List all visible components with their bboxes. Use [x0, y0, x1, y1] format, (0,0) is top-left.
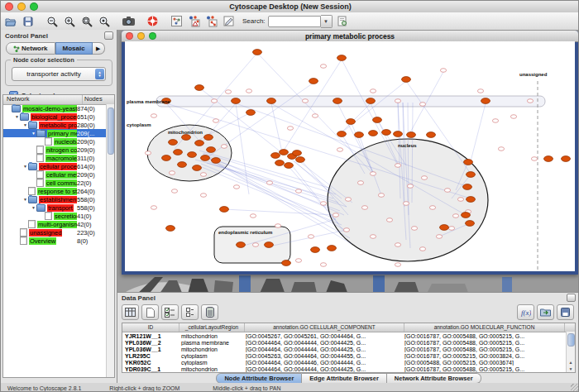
network-node-selected[interactable] [311, 247, 320, 253]
network-node-selected[interactable] [373, 117, 382, 123]
network-node-selected[interactable] [544, 156, 553, 162]
network-node-selected[interactable] [481, 98, 490, 104]
network-node-selected[interactable] [394, 131, 403, 137]
table-cell-id[interactable]: YPL036W__1 [122, 347, 179, 352]
table-row[interactable]: YLR295Ccytoplasm[GO:0045263, GO:0044464,… [122, 352, 575, 359]
network-node-selected[interactable] [366, 98, 376, 104]
tree-row[interactable]: ▼establishment of lo558(0) [3, 195, 107, 203]
network-node[interactable] [233, 185, 239, 189]
network-node[interactable] [151, 206, 156, 210]
network-node[interactable] [266, 181, 272, 185]
network-node[interactable] [527, 99, 533, 103]
network-node[interactable] [308, 235, 313, 239]
network-node-selected[interactable] [337, 131, 347, 137]
network-node-selected[interactable] [162, 155, 171, 161]
network-node-selected[interactable] [402, 77, 411, 83]
network-node[interactable] [395, 99, 400, 103]
network-node[interactable] [436, 235, 442, 239]
network-node-selected[interactable] [347, 119, 356, 125]
network-node[interactable] [169, 171, 175, 175]
zoom-out-icon[interactable] [45, 14, 60, 28]
network-edge[interactable] [471, 103, 486, 161]
table-cell-region[interactable]: mitochondrion [179, 333, 243, 339]
network-node[interactable] [171, 189, 177, 194]
network-node[interactable] [419, 247, 425, 251]
network-node-selected[interactable] [407, 132, 416, 138]
tree-expander-icon[interactable]: ▼ [31, 205, 36, 210]
network-node[interactable] [333, 213, 338, 218]
network-node-selected[interactable] [253, 50, 262, 55]
table-cell-mol[interactable]: [GO:0016787, GO:0005488, GO:0005215, G..… [402, 333, 562, 339]
table-cell-region[interactable]: cytoplasm [179, 360, 243, 366]
network-node[interactable] [320, 263, 326, 267]
zoom-selected-icon[interactable] [79, 14, 94, 28]
network-node-selected[interactable] [369, 131, 378, 136]
table-cell-mol[interactable]: [GO:0016787, GO:0005488, GO:0005215, G..… [402, 347, 562, 352]
network-node-selected[interactable] [355, 132, 364, 138]
edit-network-icon[interactable] [221, 14, 236, 28]
scroll-down-icon[interactable]: ▼ [567, 366, 575, 372]
table-row[interactable]: YPL036W__1mitochondrion[GO:0044464, GO:0… [122, 346, 575, 352]
network-node-selected[interactable] [246, 110, 256, 116]
zoom-fit-icon[interactable] [97, 14, 112, 28]
table-cell-region[interactable]: mitochondrion [179, 366, 243, 372]
tree-row[interactable]: cellular metabo209(0) [3, 170, 107, 179]
table-cell-cell[interactable]: [GO:0044464, GO:0044444, GO:0044425, G..… [243, 347, 402, 352]
network-node-selected[interactable] [237, 242, 246, 248]
tree-scrollbar[interactable] [106, 104, 114, 377]
network-node[interactable] [395, 263, 400, 267]
network-node-selected[interactable] [166, 226, 175, 232]
tree-row[interactable]: ▼metabolic process280(0) [3, 121, 107, 129]
network-node-selected[interactable] [207, 147, 216, 153]
network-node[interactable] [531, 157, 537, 161]
table-cell-cell[interactable]: [GO:0044464, GO:0044444, GO:0044425, G..… [243, 340, 402, 346]
tree-row[interactable]: ▼primary metabo209(... [3, 129, 107, 137]
network-node[interactable] [386, 218, 392, 222]
network-edge[interactable] [207, 163, 347, 207]
network-edge[interactable] [271, 103, 282, 152]
network-node-selected[interactable] [467, 197, 476, 203]
network-node-selected[interactable] [462, 213, 471, 218]
table-cell-region[interactable]: mitochondrion [179, 347, 243, 352]
help-icon[interactable] [145, 14, 160, 28]
network-node[interactable] [510, 115, 516, 119]
network-node-selected[interactable] [337, 55, 347, 61]
network-edge[interactable] [203, 153, 336, 194]
annotation-transfer-icon[interactable] [186, 14, 201, 28]
network-node-selected[interactable] [220, 207, 229, 213]
network-node[interactable] [275, 224, 280, 228]
network-node[interactable] [221, 145, 227, 149]
network-node[interactable] [337, 148, 342, 152]
network-node-selected[interactable] [285, 163, 294, 169]
search-input[interactable] [268, 16, 321, 27]
network-node[interactable] [200, 194, 206, 198]
network-node-selected[interactable] [275, 160, 285, 166]
network-node[interactable] [498, 147, 504, 151]
table-row[interactable]: YDR039C__1mitochondrion[GO:0044464, GO:0… [122, 366, 575, 372]
save-attributes-button[interactable] [557, 304, 574, 320]
network-node-selected[interactable] [382, 130, 391, 136]
network-node-selected[interactable] [296, 157, 305, 163]
network-node[interactable] [370, 89, 376, 93]
network-node-selected[interactable] [463, 184, 472, 190]
network-node-selected[interactable] [178, 162, 187, 168]
network-node[interactable] [361, 206, 367, 210]
network-node[interactable] [452, 214, 458, 218]
network-node[interactable] [492, 119, 498, 123]
import-attributes-button[interactable] [537, 304, 554, 320]
network-node-selected[interactable] [271, 153, 280, 159]
table-cell-id[interactable]: YJR121W__1 [122, 333, 179, 339]
network-node[interactable] [411, 227, 417, 231]
network-node[interactable] [320, 202, 326, 206]
tree-row[interactable]: macromolecule311(0) [3, 154, 107, 162]
tab-network[interactable]: Network [6, 42, 55, 55]
tree-row[interactable]: ▼cellular process614(0) [3, 162, 107, 170]
tree-expander-icon[interactable]: ▼ [31, 131, 36, 136]
search-options-icon[interactable] [335, 14, 350, 28]
network-edge[interactable] [204, 155, 348, 232]
network-node[interactable] [343, 228, 349, 232]
table-cell-id[interactable]: YPL036W__2 [122, 340, 179, 346]
attribute-checklist-button[interactable] [161, 304, 179, 320]
network-node-selected[interactable] [293, 151, 302, 156]
network-node[interactable] [312, 114, 318, 118]
